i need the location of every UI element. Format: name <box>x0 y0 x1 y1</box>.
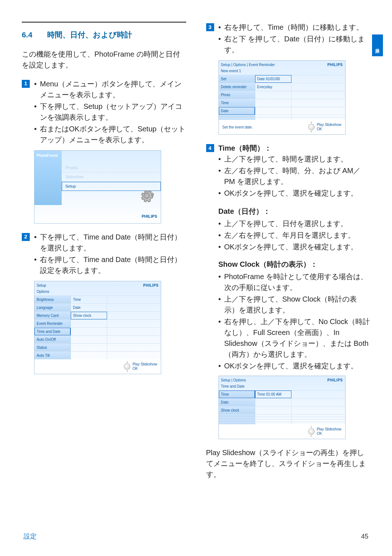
step-2: 2 下を押して、Time and Date（時間と日付）を選択します。 右を押し… <box>22 232 186 277</box>
step-badge-2: 2 <box>22 233 30 241</box>
play-slideshow-label: Play Slideshow <box>317 427 342 432</box>
closing-text: Play Slideshow（スライドショーの再生）を押してメニューを終了し、ス… <box>206 447 371 480</box>
screenshot-photoframe: PhotoFrame Photos Slideshow Setup PHILIP… <box>34 150 161 224</box>
clock-line-2: 上／下を押して、Show Clock（時計の表示）を選択します。 <box>219 294 371 315</box>
time-line-1: 上／下を押して、時間を選択します。 <box>219 154 371 164</box>
date-line-3: OKボタンを押して、選択を確定します。 <box>219 241 371 252</box>
time-line-3: OKボタンを押して、選択を確定します。 <box>219 188 371 199</box>
step-4: 4 Time（時間）： 上／下を押して、時間を選択します。 左／右を押して、時間… <box>206 143 371 199</box>
crumb-sub: Options <box>34 289 161 295</box>
time-heading: Time（時間）： <box>219 143 371 154</box>
crumb: Setup <box>34 281 161 289</box>
step2-line-a: 下を押して、Time and Date（時間と日付）を選択します。 <box>34 232 186 253</box>
time-line-2: 左／右を押して、時間、分、および AM／PM を選択します。 <box>219 165 371 187</box>
pf-item-slideshow: Slideshow <box>62 172 161 182</box>
section-number: 6.4 <box>22 29 47 41</box>
pf-item-photos: Photos <box>62 163 161 173</box>
nav-icon <box>308 428 315 435</box>
step-1: 1 Menu（メニュー）ボタンを押して、メインメニューを表示します。 下を押して… <box>22 78 186 146</box>
step3-line-b: 右と下 を押して、Date（日付）に移動します。 <box>219 33 371 55</box>
section-heading: 時間、日付、および時計 <box>47 30 132 39</box>
section-title: 6.4時間、日付、および時計 <box>22 29 186 41</box>
ok-label: OK <box>317 127 342 131</box>
left-column: 6.4時間、日付、および時計 この機能を使用して、PhotoFrame の時間と… <box>22 22 186 480</box>
gear-icon <box>139 188 154 203</box>
page-number: 45 <box>361 532 368 541</box>
step-badge-3: 3 <box>206 23 214 31</box>
step3-line-a: 右を押して、Time（時間）に移動します。 <box>219 22 371 33</box>
step-badge-4: 4 <box>206 144 214 152</box>
screenshot-time-and-date: PHILIPS Setup | Options Time and Date Ti… <box>219 376 346 439</box>
philips-logo: PHILIPS <box>142 213 157 220</box>
play-slideshow-label: Play Slideshow <box>317 123 342 127</box>
step-3: 3 右を押して、Time（時間）に移動します。 右と下 を押して、Date（日付… <box>206 22 371 56</box>
screenshot-setup-options: PHILIPS Setup Options BrightnessTime Lan… <box>34 281 161 374</box>
nav-icon <box>308 124 315 130</box>
step1-line-a: Menu（メニュー）ボタンを押して、メインメニューを表示します。 <box>34 78 186 100</box>
show-clock-heading: Show Clock（時計の表示）： <box>206 259 371 270</box>
date-heading: Date（日付）： <box>206 206 371 217</box>
step2-line-b: 右を押して、Time and Date（時間と日付）設定を表示します。 <box>34 254 186 276</box>
date-line-1: 上／下を押して、日付を選択します。 <box>219 218 371 229</box>
right-column: 3 右を押して、Time（時間）に移動します。 右と下 を押して、Date（日付… <box>206 22 371 480</box>
crumb: Setup | Options <box>219 376 345 384</box>
clock-line-1: PhotoFrame を時計として使用する場合は、次の手順に従います。 <box>219 271 371 293</box>
footer-left: 設定 <box>24 532 37 541</box>
step1-line-b: 下を押して、Setup（セットアップ）アイコンを強調表示します。 <box>34 101 186 123</box>
date-line-2: 左／右を押して、年月日を選択します。 <box>219 230 371 241</box>
clock-line-4: OKボタンを押して、選択を確定します。 <box>219 360 371 371</box>
ok-label: OK <box>317 432 342 436</box>
philips-logo: PHILIPS <box>327 377 343 383</box>
crumb: Setup | Options | Event Reminder <box>219 61 345 68</box>
crumb-sub: Time and Date <box>219 384 345 390</box>
ok-label: OK <box>132 367 157 371</box>
language-tab: 日本語 <box>372 34 383 56</box>
step1-line-c: 右またはOKボタンを押して、Setup（セットアップ）メニューを表示します。 <box>34 123 186 145</box>
step-badge-1: 1 <box>22 80 30 88</box>
nav-icon <box>124 363 130 370</box>
section-rule <box>22 22 186 23</box>
philips-logo: PHILIPS <box>327 62 343 68</box>
hint: Set the event date. <box>222 124 253 130</box>
play-slideshow-label: Play Slideshow <box>132 362 157 367</box>
pf-side-label: PhotoFrame <box>34 151 62 205</box>
clock-line-3: 右を押し、上／下を押して、No Clock（時計なし）、Full Screen（… <box>219 316 371 360</box>
intro-text: この機能を使用して、PhotoFrame の時間と日付を設定します。 <box>22 49 186 70</box>
philips-logo: PHILIPS <box>143 283 159 288</box>
crumb-sub: New event 1 <box>219 68 345 75</box>
page-footer: 設定 45 <box>24 532 368 541</box>
screenshot-event-reminder: PHILIPS Setup | Options | Event Reminder… <box>219 60 346 135</box>
